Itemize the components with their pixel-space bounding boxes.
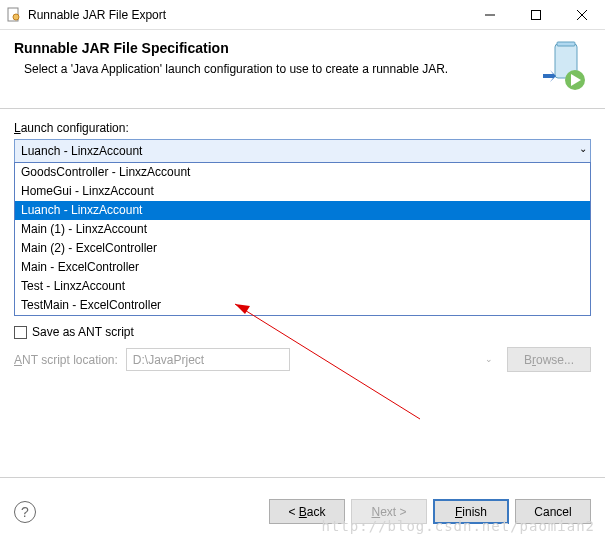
ant-location-input	[126, 348, 290, 371]
page-description: Select a 'Java Application' launch confi…	[14, 62, 527, 76]
dropdown-item[interactable]: Test - LinxzAccount	[15, 277, 590, 296]
dropdown-item[interactable]: Luanch - LinxzAccount	[15, 201, 590, 220]
launch-config-input[interactable]	[14, 139, 591, 163]
page-title: Runnable JAR File Specification	[14, 40, 527, 56]
titlebar: Runnable JAR File Export	[0, 0, 605, 30]
dialog-header: Runnable JAR File Specification Select a…	[0, 30, 605, 109]
maximize-button[interactable]	[513, 0, 559, 30]
ant-location-label: ANT script location:	[14, 353, 118, 367]
window-title: Runnable JAR File Export	[28, 8, 467, 22]
dropdown-item[interactable]: HomeGui - LinxzAccount	[15, 182, 590, 201]
launch-config-dropdown[interactable]: GoodsController - LinxzAccount HomeGui -…	[14, 162, 591, 316]
watermark: http://blog.csdn.net/paomian2	[322, 518, 595, 534]
close-button[interactable]	[559, 0, 605, 30]
launch-config-label: Launch configuration:	[14, 121, 591, 135]
checkbox-icon[interactable]	[14, 326, 27, 339]
ant-location-combo: ⌄	[126, 348, 499, 371]
help-button[interactable]: ?	[14, 501, 36, 523]
chevron-down-icon: ⌄	[485, 354, 493, 364]
footer-separator	[0, 477, 605, 478]
dropdown-item[interactable]: Main - ExcelController	[15, 258, 590, 277]
svg-rect-3	[532, 10, 541, 19]
dropdown-item[interactable]: Main (1) - LinxzAccount	[15, 220, 590, 239]
dropdown-item[interactable]: Main (2) - ExcelController	[15, 239, 590, 258]
svg-point-1	[13, 14, 19, 20]
dropdown-item[interactable]: GoodsController - LinxzAccount	[15, 163, 590, 182]
launch-config-combo[interactable]: ⌄ GoodsController - LinxzAccount HomeGui…	[14, 139, 591, 163]
header-text: Runnable JAR File Specification Select a…	[14, 40, 527, 96]
jar-file-icon	[6, 7, 22, 23]
save-ant-label: Save as ANT script	[32, 325, 134, 339]
jar-wizard-icon	[535, 40, 591, 96]
minimize-button[interactable]	[467, 0, 513, 30]
ant-location-row: ANT script location: ⌄ Browse...	[14, 347, 591, 372]
content-area: Launch configuration: ⌄ GoodsController …	[0, 109, 605, 372]
svg-rect-7	[557, 42, 575, 46]
browse-button: Browse...	[507, 347, 591, 372]
dropdown-item[interactable]: TestMain - ExcelController	[15, 296, 590, 315]
save-ant-checkbox-row[interactable]: Save as ANT script	[14, 325, 591, 339]
window-controls	[467, 0, 605, 30]
